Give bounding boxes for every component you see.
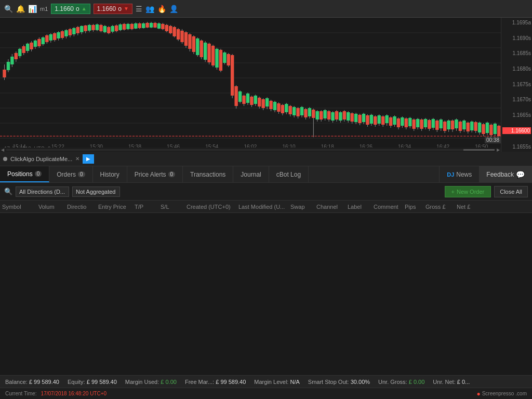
svg-rect-190 bbox=[351, 113, 354, 122]
person-icon[interactable]: 👤 bbox=[169, 5, 178, 13]
social-icon[interactable]: 👥 bbox=[145, 5, 154, 13]
current-time-label: Current Time: bbox=[5, 391, 37, 396]
tab-positions[interactable]: Positions 0 bbox=[0, 166, 49, 182]
svg-rect-26 bbox=[34, 41, 37, 47]
aggregation-dropdown[interactable]: Not Aggregated bbox=[72, 187, 120, 197]
tab-history[interactable]: History bbox=[93, 166, 127, 182]
direction-dropdown[interactable]: All Directions (D... bbox=[16, 187, 69, 197]
svg-rect-218 bbox=[405, 118, 408, 127]
svg-rect-100 bbox=[177, 29, 180, 39]
svg-rect-54 bbox=[88, 25, 91, 31]
indicator-name: ClickAlgo DuplicateMe... bbox=[10, 156, 72, 162]
news-dj-label: DJ bbox=[447, 171, 454, 178]
svg-rect-232 bbox=[432, 119, 435, 128]
screenpresso-branding: ● Screenpresso .com bbox=[476, 390, 527, 397]
flame-icon[interactable]: 🔥 bbox=[157, 5, 166, 13]
new-order-button[interactable]: + New Order bbox=[445, 186, 491, 197]
equity-value: £ 99 589.40 bbox=[87, 379, 117, 385]
svg-rect-212 bbox=[393, 116, 396, 125]
col-tp: T/P bbox=[135, 204, 161, 210]
svg-rect-110 bbox=[196, 38, 199, 55]
svg-rect-142 bbox=[258, 98, 261, 107]
tab-orders[interactable]: Orders 0 bbox=[49, 166, 92, 182]
svg-rect-10 bbox=[3, 70, 6, 77]
scroll-left-icon[interactable]: ◀ bbox=[1, 148, 4, 152]
svg-rect-134 bbox=[242, 96, 245, 104]
notification-icon[interactable]: 🔔 bbox=[16, 5, 25, 13]
indicator-bar: ClickAlgo DuplicateMe... ✕ ▶ bbox=[0, 152, 532, 166]
filter-search-icon[interactable]: 🔍 bbox=[4, 188, 12, 195]
tab-cbot[interactable]: cBot Log bbox=[269, 166, 309, 182]
svg-rect-12 bbox=[7, 62, 10, 70]
tab-price-alerts[interactable]: Price Alerts 0 bbox=[127, 166, 183, 182]
tab-price-alerts-badge: 0 bbox=[168, 171, 176, 177]
svg-rect-188 bbox=[347, 112, 350, 121]
svg-rect-150 bbox=[273, 102, 276, 110]
svg-rect-146 bbox=[265, 98, 269, 107]
svg-rect-28 bbox=[37, 39, 41, 46]
col-sl: S/L bbox=[161, 204, 187, 210]
svg-rect-214 bbox=[397, 118, 400, 127]
margin-used-value: £ 0.00 bbox=[161, 379, 177, 385]
close-all-label: Close All bbox=[500, 189, 522, 195]
indicator-close-button[interactable]: ✕ bbox=[75, 156, 79, 162]
m1-label[interactable]: m1 bbox=[40, 6, 48, 12]
tab-transactions[interactable]: Transactions bbox=[183, 166, 233, 182]
svg-rect-40 bbox=[61, 31, 64, 38]
margin-used-label: Margin Used: £ 0.00 bbox=[125, 379, 177, 385]
screenpresso-domain: .com bbox=[515, 391, 527, 396]
tab-transactions-label: Transactions bbox=[190, 171, 225, 178]
tab-feedback[interactable]: Feedback 💬 bbox=[479, 166, 532, 182]
svg-rect-104 bbox=[184, 32, 188, 46]
tab-history-label: History bbox=[100, 171, 119, 178]
svg-rect-186 bbox=[343, 111, 346, 119]
svg-rect-130 bbox=[234, 86, 237, 106]
news-label: News bbox=[456, 171, 472, 178]
svg-rect-128 bbox=[231, 55, 234, 96]
svg-rect-224 bbox=[416, 119, 419, 127]
svg-rect-44 bbox=[69, 29, 72, 35]
svg-rect-114 bbox=[204, 43, 207, 60]
tab-orders-badge: 0 bbox=[78, 171, 85, 177]
svg-rect-176 bbox=[323, 110, 326, 118]
price-label-3: 1.1685s bbox=[502, 50, 531, 56]
sell-price-badge[interactable]: 1.1660o ▼ bbox=[94, 4, 132, 14]
indicator-play-button[interactable]: ▶ bbox=[83, 154, 94, 164]
list-icon[interactable]: ☰ bbox=[136, 5, 142, 13]
tab-news[interactable]: DJ News bbox=[439, 166, 479, 182]
svg-rect-0 bbox=[0, 18, 532, 152]
svg-rect-136 bbox=[246, 94, 249, 103]
tab-price-alerts-label: Price Alerts bbox=[135, 171, 166, 178]
svg-rect-62 bbox=[103, 26, 107, 32]
svg-rect-246 bbox=[459, 122, 462, 131]
col-volume: Volum bbox=[38, 204, 67, 210]
svg-rect-138 bbox=[250, 97, 253, 105]
svg-rect-34 bbox=[49, 34, 52, 41]
svg-rect-152 bbox=[277, 103, 280, 112]
svg-rect-162 bbox=[296, 108, 299, 116]
buy-price-badge[interactable]: 1.1660o ▲ bbox=[51, 4, 90, 14]
svg-rect-86 bbox=[150, 23, 153, 28]
svg-rect-72 bbox=[123, 24, 126, 30]
table-body bbox=[0, 213, 532, 371]
svg-rect-52 bbox=[84, 25, 87, 31]
price-label-8: 1.16600 bbox=[502, 127, 531, 134]
svg-rect-126 bbox=[227, 54, 230, 65]
svg-rect-170 bbox=[312, 110, 315, 118]
svg-rect-148 bbox=[269, 101, 272, 109]
col-gross: Gross £ bbox=[425, 204, 457, 210]
svg-rect-16 bbox=[15, 53, 18, 59]
svg-rect-20 bbox=[22, 46, 25, 53]
svg-rect-106 bbox=[188, 34, 191, 49]
table-header: Symbol Volum Directio Entry Price T/P S/… bbox=[0, 201, 532, 213]
chart-icon[interactable]: 📊 bbox=[28, 5, 37, 13]
scroll-right-icon[interactable]: ▶ bbox=[497, 148, 500, 152]
new-order-icon: + bbox=[451, 189, 455, 195]
close-all-button[interactable]: Close All bbox=[494, 186, 528, 197]
col-label: Label bbox=[348, 204, 374, 210]
margin-level-value: N/A bbox=[290, 379, 299, 385]
screenpresso-dot-icon: ● bbox=[476, 390, 480, 397]
tab-journal[interactable]: Journal bbox=[233, 166, 269, 182]
svg-rect-256 bbox=[478, 123, 481, 132]
search-icon[interactable]: 🔍 bbox=[4, 5, 13, 13]
